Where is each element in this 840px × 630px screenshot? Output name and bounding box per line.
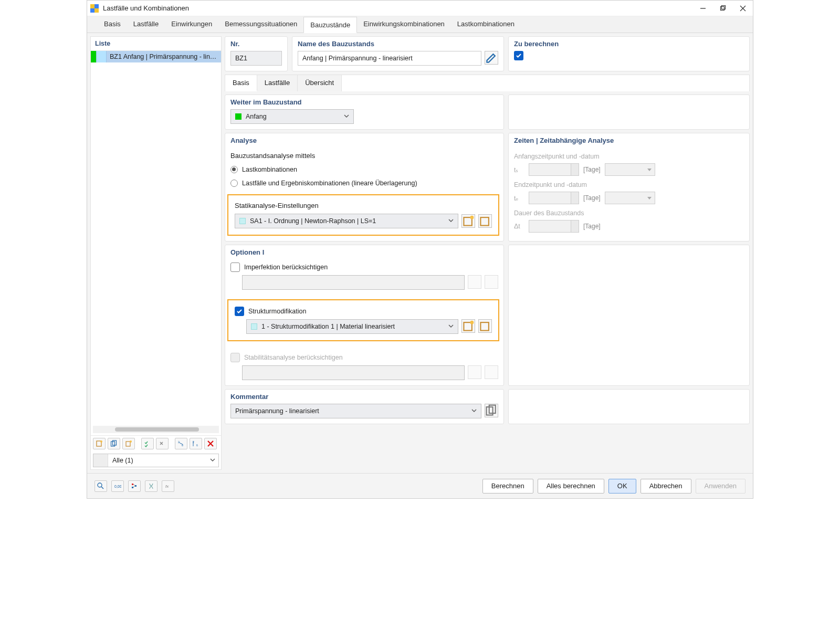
edit-stability-icon [485,365,498,379]
stability-checkbox [230,353,240,362]
analysis-by-label: Bauzustandsanalyse mittels [230,152,498,160]
unit-label: [Tage] [583,194,601,202]
svg-text:fx: fx [165,484,169,489]
structmod-value: 1 - Strukturmodifikation 1 | Material li… [261,323,395,330]
analysis-swatch-icon [239,218,246,224]
filter-swatch [93,454,108,467]
times-header: Zeiten | Zeitabhängige Analyse [514,136,744,148]
structmod-select[interactable]: 1 - Strukturmodifikation 1 | Material li… [246,319,458,334]
uncheck-all-icon[interactable] [156,438,169,449]
minimize-button[interactable] [699,5,707,12]
calculate-checkbox[interactable] [514,51,523,60]
list-item-bz1[interactable]: BZ1 Anfang | Primärspannung - lin… [91,51,221,62]
fx-icon[interactable]: fx [162,480,174,492]
ts-symbol: tₛ [514,166,524,174]
radio-lastfaelle[interactable] [230,180,238,187]
ts-input [529,163,579,176]
list-item-label: BZ1 Anfang | Primärspannung - lin… [107,53,219,60]
imperfection-checkbox[interactable] [230,262,240,272]
svg-rect-1 [721,6,724,10]
comment-value: Primärspannung - linearisiert [235,407,319,415]
calculate-all-button[interactable]: Alles berechnen [538,479,604,494]
dna-icon[interactable] [145,480,158,492]
maximize-button[interactable] [719,5,727,12]
svg-rect-20 [480,217,488,225]
type-swatch [96,51,107,62]
tab-einwirkungen[interactable]: Einwirkungen [165,16,218,33]
help-icon[interactable] [94,480,107,492]
te-date-combo [605,192,655,204]
svg-text:0,00: 0,00 [114,485,121,488]
nr-field[interactable]: BZ1 [230,51,282,66]
filter-select[interactable]: Alle (1) [93,454,219,467]
horizontal-scrollbar[interactable] [93,426,219,433]
svg-rect-23 [480,322,488,330]
name-value: Anfang | Primärspannung - linearisiert [302,55,413,62]
options-header: Optionen I [230,248,498,259]
nr-value: BZ1 [235,55,247,62]
edit-analysis-icon[interactable] [478,214,492,228]
chevron-down-icon [344,113,349,120]
renumber2-icon[interactable]: 26 [190,438,202,449]
subtab-lastfaelle[interactable]: Lastfälle [257,75,298,91]
cancel-button[interactable]: Abbrechen [640,479,691,494]
list-header: Liste [91,37,221,51]
edit-imperfection-icon [485,275,498,289]
svg-point-22 [470,321,474,324]
new-structmod-icon[interactable] [461,319,475,333]
comment-field[interactable]: Primärspannung - linearisiert [230,404,481,418]
calc-label: Zu berechnen [514,40,744,51]
radio-lastkomb[interactable] [230,166,238,173]
edit-structmod-icon[interactable] [478,319,492,333]
static-value: SA1 - I. Ordnung | Newton-Raphson | LS=1 [250,217,376,225]
te-input [529,192,579,204]
tab-basis[interactable]: Basis [98,16,127,33]
tab-lastkomb[interactable]: Lastkombinationen [451,16,521,33]
title-bar: Lastfälle und Kombinationen [87,1,753,16]
subtab-basis[interactable]: Basis [225,75,257,91]
color-swatch-icon [235,113,242,120]
continue-select[interactable]: Anfang [230,109,354,124]
check-all-icon[interactable] [141,438,154,449]
radio-label-1: Lastkombinationen [242,166,297,173]
static-label: Statikanalyse-Einstellungen [235,202,492,209]
copy-comment-icon[interactable] [485,404,498,417]
precision-icon[interactable]: 0,00 [111,480,124,492]
renumber-icon[interactable]: 26 [175,438,187,449]
new-imperfection-icon [468,275,481,289]
edit-name-icon[interactable] [485,51,498,65]
svg-point-6 [100,440,102,443]
chevron-down-icon [210,457,215,464]
tab-einwirkungskomb[interactable]: Einwirkungskombinationen [357,16,451,33]
tab-bemessung[interactable]: Bemessungssituationen [218,16,303,33]
stability-label: Stabilitätsanalyse berücksichtigen [244,354,343,361]
te-symbol: tₑ [514,194,524,202]
analysis-header: Analyse [230,136,498,148]
subtab-uebersicht[interactable]: Übersicht [298,75,342,91]
unit-label: [Tage] [583,223,601,230]
svg-line-32 [133,484,135,486]
chevron-down-icon [471,407,477,415]
tab-bauzustaende[interactable]: Bauzustände [303,17,357,33]
structmod-checkbox[interactable] [235,307,244,316]
copy-new-icon[interactable] [122,438,135,449]
ok-button[interactable]: OK [608,479,636,494]
svg-text:6: 6 [196,444,198,447]
new-icon[interactable] [93,438,106,449]
new-analysis-icon[interactable] [461,214,475,228]
chevron-down-icon [448,323,454,330]
name-field[interactable]: Anfang | Primärspannung - linearisiert [298,51,481,66]
tree-icon[interactable] [128,480,141,492]
calculate-button[interactable]: Berechnen [482,479,533,494]
static-analysis-select[interactable]: SA1 - I. Ordnung | Newton-Raphson | LS=1 [235,214,458,228]
delete-icon[interactable] [204,438,217,449]
stability-select [242,365,465,380]
name-label: Name des Bauzustands [298,40,498,51]
close-button[interactable] [739,5,747,12]
copy-icon[interactable] [108,438,120,449]
color-swatch [91,51,96,62]
svg-line-33 [133,486,135,487]
tab-lastfaelle[interactable]: Lastfälle [127,16,165,33]
end-label: Endzeitpunkt und -datum [514,181,744,188]
svg-line-27 [101,487,103,489]
